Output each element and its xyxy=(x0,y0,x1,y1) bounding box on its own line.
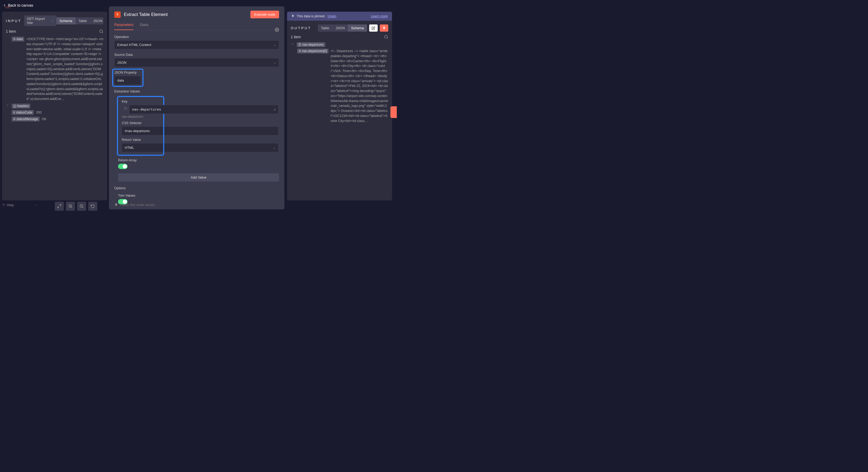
text-type-icon: A xyxy=(13,117,16,121)
chevron-down-icon xyxy=(35,204,37,207)
chevron-down-icon: ⌄ xyxy=(273,61,276,65)
n8n-logo: n8n xyxy=(5,5,11,9)
pin-button[interactable] xyxy=(380,25,388,32)
options-label: Options xyxy=(114,186,279,190)
chevron-down-icon[interactable] xyxy=(291,42,294,45)
return-value-label: Return Value xyxy=(122,138,159,141)
output-view-schema[interactable]: Schema xyxy=(348,25,367,32)
source-data-select[interactable]: JSON ⌄ xyxy=(114,58,279,67)
key-helper: nav-departures xyxy=(122,115,159,119)
help-button[interactable]: ? Help xyxy=(3,203,37,207)
wish-input-wrap xyxy=(114,203,279,207)
chevron-down-icon: ⌄ xyxy=(273,146,276,150)
input-view-schema[interactable]: Schema xyxy=(56,17,75,25)
edit-button[interactable] xyxy=(369,25,378,32)
css-selector-label: CSS Selector xyxy=(122,121,159,125)
svg-point-3 xyxy=(384,35,388,38)
svg-line-5 xyxy=(60,204,61,206)
execute-node-button[interactable]: Execute node xyxy=(250,11,279,18)
fx-badge: ƒx xyxy=(122,105,129,114)
svg-point-2 xyxy=(276,29,277,30)
svg-line-6 xyxy=(58,207,59,208)
svg-line-1 xyxy=(102,32,103,33)
gear-icon[interactable] xyxy=(275,28,279,32)
canvas-controls xyxy=(55,202,97,211)
fit-view-button[interactable] xyxy=(55,202,64,211)
key-label: Key xyxy=(122,100,159,103)
svg-line-12 xyxy=(83,207,83,208)
bulb-icon xyxy=(114,203,118,207)
operation-label: Operation xyxy=(114,35,279,39)
zoom-out-button[interactable] xyxy=(77,202,86,211)
text-type-icon: A xyxy=(13,37,16,41)
input-title: INPUT xyxy=(6,19,22,23)
child-value: <!-- Departures --> <table class="arrdep… xyxy=(331,49,388,123)
zoom-in-button[interactable] xyxy=(66,202,75,211)
svg-line-4 xyxy=(387,38,388,38)
chevron-down-icon xyxy=(51,20,54,22)
output-item-count: 1 item xyxy=(291,35,301,39)
node-config-panel: 5 Extract Table Element Execute node Par… xyxy=(109,6,284,210)
input-view-table[interactable]: Table xyxy=(75,17,90,25)
output-panel: This data is pinned. Unpin Learn more OU… xyxy=(287,12,392,200)
html-node-icon: 5 xyxy=(114,11,121,18)
source-data-label: Source Data xyxy=(114,53,279,57)
config-tabs: Parameters Docs xyxy=(114,23,279,30)
schema-row-child[interactable]: Anav-departures[0] <!-- Departures --> <… xyxy=(297,49,388,123)
return-array-label: Return Array xyxy=(118,158,279,162)
input-panel: INPUT GET Airport Site Schema Table JSON… xyxy=(2,12,107,200)
schema-row-headers[interactable]: ◫headers xyxy=(6,104,103,108)
key-input[interactable]: nav-departures xyxy=(129,105,279,114)
chevron-down-icon: ⌄ xyxy=(273,43,276,47)
return-value-select[interactable]: HTML ⌄ xyxy=(122,143,279,152)
add-value-button[interactable]: Add Value xyxy=(118,173,279,182)
output-view-json[interactable]: JSON xyxy=(333,25,348,32)
schema-row-statusmessage[interactable]: AstatusMessage OK xyxy=(6,117,103,122)
chevron-up-icon[interactable] xyxy=(6,104,9,107)
json-property-input[interactable]: data xyxy=(114,76,141,85)
number-type-icon: # xyxy=(13,111,15,114)
node-title: Extract Table Element xyxy=(124,12,168,17)
output-view-table[interactable]: Table xyxy=(318,25,333,32)
unpin-link[interactable]: Unpin xyxy=(328,14,336,18)
extraction-value-box: Key ƒx nav-departures ⤢ nav-departures C… xyxy=(118,97,163,155)
wish-input[interactable] xyxy=(120,203,279,207)
learn-more-link[interactable]: Learn more xyxy=(371,14,388,18)
output-title: OUTPUT xyxy=(291,26,311,30)
help-icon: ? xyxy=(3,203,4,207)
pin-icon xyxy=(291,14,294,18)
schema-row-root[interactable]: ☰nav-departures xyxy=(291,42,388,47)
extraction-values-label: Extraction Values xyxy=(114,90,279,93)
source-node-selector[interactable]: GET Airport Site xyxy=(24,15,56,26)
operation-select[interactable]: Extract HTML Content ⌄ xyxy=(114,40,279,49)
input-item-count: 1 item xyxy=(6,29,16,33)
output-view-switch: Table JSON Schema xyxy=(318,25,367,32)
object-type-icon: ◫ xyxy=(13,104,16,108)
svg-point-0 xyxy=(100,30,102,33)
side-tab[interactable] xyxy=(391,106,397,118)
svg-line-8 xyxy=(71,207,72,208)
text-type-icon: A xyxy=(299,49,301,53)
search-icon[interactable] xyxy=(384,35,388,39)
tab-parameters[interactable]: Parameters xyxy=(114,23,133,30)
schema-row-data[interactable]: Adata <!DOCTYPE html> <html lang="en-US"… xyxy=(6,37,103,101)
undo-button[interactable] xyxy=(88,202,97,211)
data-value: <!DOCTYPE html> <html lang="en-US"><head… xyxy=(26,37,103,101)
search-icon[interactable] xyxy=(99,29,103,33)
list-type-icon: ☰ xyxy=(298,43,301,46)
expand-icon[interactable]: ⤢ xyxy=(273,107,276,112)
tab-docs[interactable]: Docs xyxy=(140,23,148,30)
schema-row-statuscode[interactable]: #statusCode 200 xyxy=(6,110,103,115)
input-view-switch: Schema Table JSON xyxy=(56,17,103,25)
json-property-label: JSON Property xyxy=(114,71,142,74)
return-array-toggle[interactable] xyxy=(118,164,128,169)
input-view-json[interactable]: JSON xyxy=(90,17,103,25)
pinned-banner: This data is pinned. Unpin Learn more xyxy=(287,12,392,21)
css-selector-input[interactable]: #nav-departures xyxy=(122,126,279,135)
trim-values-label: Trim Values xyxy=(118,194,279,197)
